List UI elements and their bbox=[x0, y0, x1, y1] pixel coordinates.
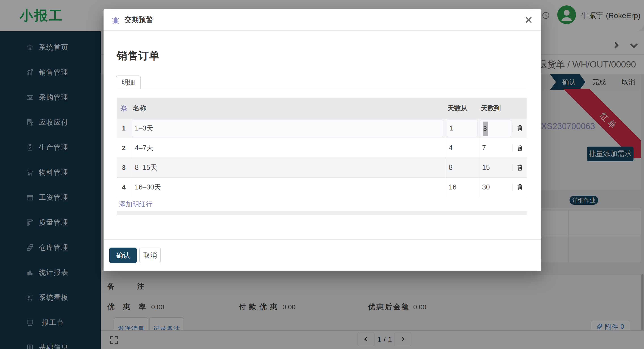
column-header-name: 名称 bbox=[131, 98, 446, 119]
delivery-warning-dialog: 交期预警 销售订单 明细 名称 天数从 天数到 1 1–3天 1 3 bbox=[104, 9, 541, 271]
days-to-input[interactable]: 3 bbox=[480, 119, 512, 137]
table-row: 2 4–7天 4 7 bbox=[117, 138, 526, 158]
row-number: 1 bbox=[117, 124, 131, 132]
dialog-footer: 确认 取消 bbox=[104, 239, 541, 271]
row-number: 2 bbox=[117, 144, 131, 152]
name-input[interactable]: 1–3天 bbox=[132, 119, 444, 137]
delete-row-icon[interactable] bbox=[512, 125, 526, 132]
close-icon[interactable] bbox=[524, 15, 533, 24]
delete-row-icon[interactable] bbox=[512, 184, 526, 191]
name-cell[interactable]: 8–15天 bbox=[131, 158, 446, 177]
days-to-cell[interactable]: 7 bbox=[479, 138, 512, 158]
modal-doc-title: 销售订单 bbox=[117, 49, 160, 63]
column-settings-gear-icon[interactable] bbox=[117, 104, 131, 112]
column-header-days-to: 天数到 bbox=[479, 98, 512, 119]
days-to-cell[interactable]: 15 bbox=[479, 158, 512, 177]
dialog-header: 交期预警 bbox=[104, 9, 541, 31]
confirm-button[interactable]: 确认 bbox=[109, 248, 137, 263]
days-from-input[interactable]: 1 bbox=[446, 119, 478, 137]
table-row: 4 16–30天 16 30 bbox=[117, 178, 526, 197]
table-row: 1 1–3天 1 3 bbox=[117, 119, 526, 138]
row-number: 4 bbox=[117, 183, 131, 191]
table-row: 3 8–15天 8 15 bbox=[117, 158, 526, 178]
delete-row-icon[interactable] bbox=[512, 164, 526, 171]
days-from-cell[interactable]: 8 bbox=[446, 158, 479, 177]
days-from-cell[interactable]: 16 bbox=[446, 178, 479, 197]
cancel-button[interactable]: 取消 bbox=[139, 248, 161, 263]
name-cell[interactable]: 4–7天 bbox=[131, 138, 446, 158]
days-to-cell[interactable]: 30 bbox=[479, 178, 512, 197]
selected-text: 3 bbox=[483, 122, 488, 136]
delivery-warning-table: 名称 天数从 天数到 1 1–3天 1 3 2 4–7天 4 7 3 bbox=[117, 98, 526, 215]
bug-icon bbox=[112, 16, 120, 24]
add-line-row: 添加明细行 bbox=[117, 197, 526, 211]
add-line-link[interactable]: 添加明细行 bbox=[119, 200, 152, 209]
table-bottom-strip bbox=[117, 211, 526, 215]
tab-details[interactable]: 明细 bbox=[116, 75, 141, 89]
row-number: 3 bbox=[117, 164, 131, 171]
column-header-days-from: 天数从 bbox=[446, 98, 479, 119]
delete-row-icon[interactable] bbox=[512, 144, 526, 151]
table-header: 名称 天数从 天数到 bbox=[117, 98, 526, 119]
dialog-title: 交期预警 bbox=[124, 15, 524, 25]
days-from-cell[interactable]: 4 bbox=[446, 138, 479, 158]
tab-divider bbox=[117, 89, 526, 89]
name-cell[interactable]: 16–30天 bbox=[131, 178, 446, 197]
